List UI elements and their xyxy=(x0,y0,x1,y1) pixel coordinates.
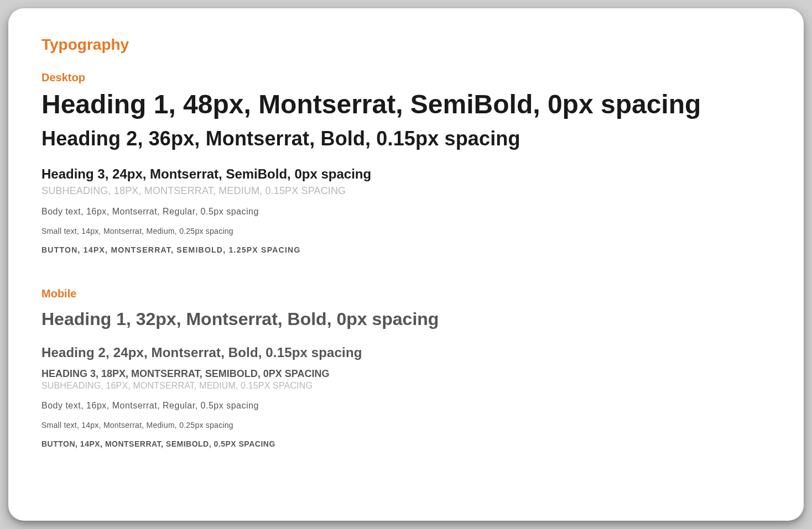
desktop-body-text: Body text, 16px, Montserrat, Regular, 0.… xyxy=(41,207,771,217)
desktop-heading-1: Heading 1, 48px, Montserrat, SemiBold, 0… xyxy=(41,88,771,121)
mobile-heading-1: Heading 1, 32px, Montserrat, Bold, 0px s… xyxy=(41,309,771,329)
desktop-subheading: SUBHEADING, 18PX, MONTSERRAT, MEDIUM, 0.… xyxy=(41,185,771,197)
desktop-heading-2: Heading 2, 36px, Montserrat, Bold, 0.15p… xyxy=(41,126,771,151)
desktop-label: Desktop xyxy=(41,71,771,84)
mobile-section: Mobile Heading 1, 32px, Montserrat, Bold… xyxy=(41,287,771,448)
mobile-subheading: SUBHEADING, 16PX, MONTSERRAT, MEDIUM, 0.… xyxy=(41,381,771,391)
desktop-button-text: BUTTON, 14PX, MONTSERRAT, SEMIBOLD, 1.25… xyxy=(41,245,771,254)
mobile-label: Mobile xyxy=(41,287,771,300)
mobile-heading-2: Heading 2, 24px, Montserrat, Bold, 0.15p… xyxy=(41,345,771,360)
mobile-heading-3: HEADING 3, 18PX, MONTSERRAT, SEMIBOLD, 0… xyxy=(41,368,771,380)
mobile-small-text: Small text, 14px, Montserrat, Medium, 0.… xyxy=(41,421,771,430)
mobile-body-text: Body text, 16px, Montserrat, Regular, 0.… xyxy=(41,401,771,411)
desktop-small-text: Small text, 14px, Montserrat, Medium, 0.… xyxy=(41,227,771,235)
desktop-heading-3: Heading 3, 24px, Montserrat, SemiBold, 0… xyxy=(41,166,771,182)
desktop-section: Desktop Heading 1, 48px, Montserrat, Sem… xyxy=(41,71,771,254)
mobile-button-text: BUTTON, 14PX, MONTSERRAT, SEMIBOLD, 0.5P… xyxy=(41,439,771,448)
typography-card: Typography Desktop Heading 1, 48px, Mont… xyxy=(8,8,804,521)
page-title: Typography xyxy=(41,36,771,54)
